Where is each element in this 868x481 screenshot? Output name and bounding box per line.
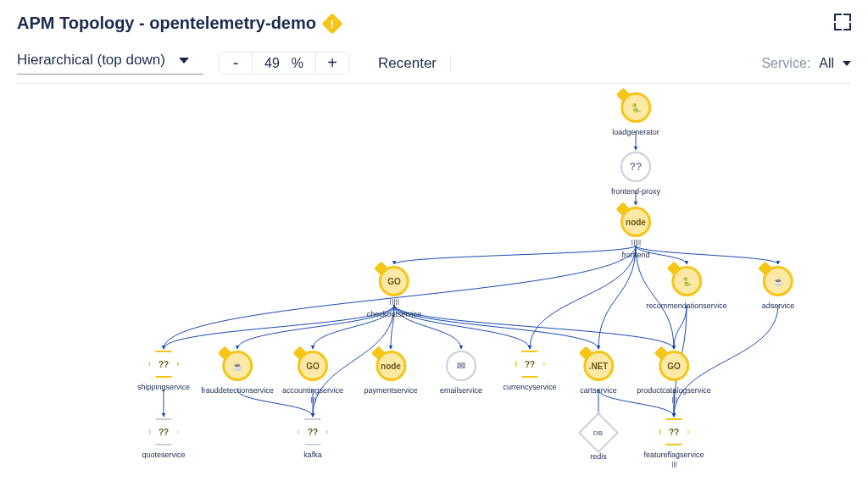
fullscreen-button[interactable]	[834, 14, 851, 30]
service-label: accountingservice	[282, 386, 343, 395]
zoom-in-button[interactable]: +	[316, 53, 348, 74]
service-node-checkoutservice[interactable]: GO| | | | |checkoutservice	[367, 266, 422, 318]
connector-ticks: | | | | |	[390, 297, 398, 305]
connector-ticks: | | |	[671, 460, 676, 467]
service-label: recommendationservice	[646, 301, 727, 310]
??-icon: ??	[308, 428, 318, 437]
service-node-paymentservice[interactable]: nodepaymentservice	[364, 351, 417, 395]
connector-ticks: | | |	[671, 395, 676, 403]
recenter-button[interactable]: Recenter	[364, 55, 451, 72]
chevron-down-icon	[179, 58, 189, 64]
py-icon: 🐍	[682, 277, 692, 286]
service-node-shippingservice[interactable]: ??shippingservice	[137, 351, 190, 391]
page-title: APM Topology - opentelemetry-demo	[17, 14, 316, 33]
service-node-cartservice[interactable]: .NETcartservice	[580, 351, 617, 395]
service-node-quoteservice[interactable]: ??quoteservice	[142, 418, 185, 459]
node-icon: node	[626, 218, 646, 227]
service-label: kafka	[303, 451, 322, 459]
zoom-unit: %	[292, 56, 303, 71]
service-node-featureflagservice[interactable]: ??featureflagservice| | |	[643, 418, 704, 467]
warning-icon: !	[321, 13, 342, 34]
service-node-kafka[interactable]: ??kafka	[298, 418, 328, 459]
service-label: cartservice	[580, 386, 617, 395]
layout-mode-select[interactable]: Hierarchical (top down)	[17, 52, 203, 75]
service-label: checkoutservice	[367, 310, 422, 318]
service-label: frontend-proxy	[611, 187, 660, 196]
service-label: shippingservice	[137, 383, 190, 391]
service-label: currencyservice	[503, 383, 556, 391]
??-icon: ??	[630, 161, 643, 173]
service-node-accountingservice[interactable]: GOaccountingservice| | |	[282, 351, 343, 403]
zoom-value: 49	[264, 56, 280, 71]
service-label: frontend	[621, 251, 649, 259]
service-node-frontendproxy[interactable]: ??frontend-proxy	[611, 152, 660, 196]
service-node-frauddetectionservice[interactable]: ☕frauddetectionservice	[201, 351, 274, 395]
chevron-down-icon	[843, 61, 851, 66]
service-label: loadgenerator	[612, 128, 659, 136]
service-label: redis	[590, 452, 607, 461]
connector-ticks: | | |	[310, 395, 315, 403]
layout-mode-label: Hierarchical (top down)	[17, 52, 165, 69]
service-node-redis[interactable]: DBredis	[584, 418, 613, 461]
??-icon: ??	[669, 428, 679, 437]
??-icon: ??	[159, 360, 169, 369]
GO-icon: GO	[667, 362, 681, 371]
service-filter-label: Service:	[761, 56, 810, 71]
mail-icon: ✉	[457, 360, 465, 372]
connector-ticks: | | | | |	[632, 238, 640, 246]
service-label: adservice	[762, 301, 795, 310]
node-icon: node	[381, 362, 401, 371]
service-node-emailservice[interactable]: ✉emailservice	[440, 351, 482, 395]
service-node-recommendationservice[interactable]: 🐍recommendationservice	[646, 266, 727, 310]
service-node-productcatalogservice[interactable]: GOproductcatalogservice| | |	[637, 351, 711, 403]
topology-canvas[interactable]: 🐍loadgenerator??frontend-proxynode| | | …	[17, 84, 851, 473]
service-label: emailservice	[440, 386, 482, 395]
toolbar: Hierarchical (top down) - 49 % + Recente…	[17, 52, 851, 84]
java-icon: ☕	[232, 362, 242, 371]
service-label: productcatalogservice	[637, 386, 711, 395]
.NET-icon: .NET	[589, 362, 609, 371]
service-node-adservice[interactable]: ☕adservice	[762, 266, 795, 310]
service-filter-value: All	[819, 56, 834, 71]
zoom-out-button[interactable]: -	[220, 53, 252, 74]
service-node-frontend[interactable]: node| | | | |frontend	[620, 207, 651, 259]
GO-icon: GO	[306, 362, 320, 371]
py-icon: 🐍	[631, 103, 641, 113]
service-node-currencyservice[interactable]: ??currencyservice	[503, 351, 556, 391]
java-icon: ☕	[773, 277, 783, 286]
service-node-loadgenerator[interactable]: 🐍loadgenerator	[612, 92, 659, 136]
??-icon: ??	[525, 360, 535, 369]
service-label: paymentservice	[364, 386, 417, 395]
service-label: quoteservice	[142, 451, 185, 459]
service-label: featureflagservice	[643, 451, 704, 459]
GO-icon: GO	[387, 277, 401, 286]
zoom-control: - 49 % +	[219, 52, 349, 75]
service-filter[interactable]: Service: All	[761, 56, 851, 71]
DB-icon: DB	[593, 429, 604, 437]
??-icon: ??	[159, 428, 169, 437]
service-label: frauddetectionservice	[201, 386, 274, 395]
